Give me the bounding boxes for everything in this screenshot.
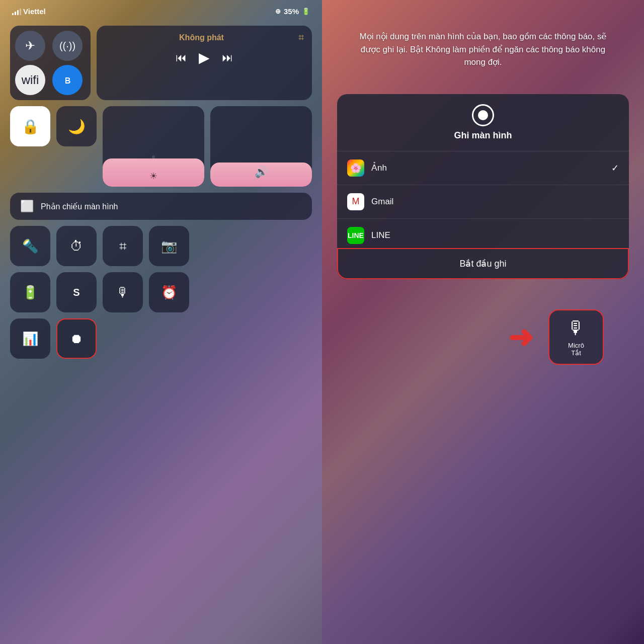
gmail-label: Gmail <box>371 197 619 207</box>
left-panel: Viettel ⊕ 35% 🔋 ✈ ((·)) wifi <box>0 0 322 644</box>
photos-option[interactable]: 🌸 Ảnh ✓ <box>337 151 629 185</box>
timer-button[interactable]: ⏱ <box>56 226 97 266</box>
line-label: LINE <box>371 230 619 240</box>
brightness-icon: ☀ <box>149 171 157 182</box>
cellular-icon: ((·)) <box>59 40 75 52</box>
micro-button[interactable]: 🎙 Micrô Tắt <box>548 309 604 365</box>
media-card: Không phát ⌗ ⏮ ▶ ⏭ <box>97 26 312 100</box>
record-dot <box>478 110 488 120</box>
battery-status-icon: 🔋 <box>22 285 38 300</box>
flashlight-icon: 🔦 <box>22 238 38 254</box>
rotation-lock-button[interactable]: 🔒 <box>10 106 50 146</box>
micro-label-line2: Tắt <box>568 349 584 357</box>
voice-button[interactable]: 🎙 <box>103 272 143 312</box>
volume-slider[interactable]: 🔊 <box>210 106 312 187</box>
flashlight-button[interactable]: 🔦 <box>10 226 50 266</box>
bluetooth-icon: ʙ <box>64 73 71 87</box>
screen-record-button[interactable]: ⏺ <box>56 318 97 359</box>
do-not-disturb-button[interactable]: 🌙 <box>56 106 97 146</box>
wifi-icon: wifi <box>22 73 39 87</box>
microphone-icon: 🎙 <box>567 317 585 339</box>
brightness-slider[interactable]: ☀ <box>103 106 204 187</box>
start-recording-button[interactable]: Bắt đầu ghi <box>337 248 629 279</box>
signal-bar-3 <box>17 10 19 15</box>
right-bottom-section: ➜ 🎙 Micrô Tắt <box>322 289 644 385</box>
modal-header: Ghi màn hình <box>337 94 629 151</box>
alarm-icon: ⏰ <box>161 285 177 300</box>
micro-label-line1: Micrô <box>568 342 584 349</box>
recording-modal: Ghi màn hình 🌸 Ảnh ✓ M Gmail LINE LINE <box>337 94 629 279</box>
carrier-name: Viettel <box>23 7 46 16</box>
modal-title: Ghi màn hình <box>454 130 512 141</box>
connectivity-grid: ✈ ((·)) wifi ʙ <box>10 26 91 100</box>
fast-forward-button[interactable]: ⏭ <box>222 51 233 64</box>
line-icon: LINE <box>347 227 364 244</box>
grid-row-2: 🔋 S 🎙 ⏰ <box>10 272 312 312</box>
signal-bar-2 <box>15 12 16 15</box>
alarm-button[interactable]: ⏰ <box>149 272 189 312</box>
grid-row-1: 🔦 ⏱ ⌗ 📷 <box>10 226 312 266</box>
airplay-icon[interactable]: ⌗ <box>298 32 304 43</box>
signal-bar-1 <box>12 13 14 15</box>
camera-icon: 📷 <box>161 238 177 254</box>
cellular-button[interactable]: ((·)) <box>52 31 83 61</box>
rewind-button[interactable]: ⏮ <box>176 51 187 64</box>
second-row: 🔒 🌙 ☀ 🔊 <box>10 106 312 187</box>
grid-row-3: 📊 ⏺ <box>10 318 312 359</box>
battery-icon: 🔋 <box>302 8 310 15</box>
voice-icon: 🎙 <box>116 285 129 300</box>
right-panel: Mọi nội dung trên màn hình của bạn, bao … <box>322 0 644 644</box>
arrow-right-icon: ➜ <box>508 319 533 355</box>
micro-label: Micrô Tắt <box>568 342 584 357</box>
status-right: ⊕ 35% 🔋 <box>275 7 310 16</box>
location-icon: ⊕ <box>275 8 281 15</box>
media-controls: ⏮ ▶ ⏭ <box>105 49 304 66</box>
airplane-mode-button[interactable]: ✈ <box>15 31 45 61</box>
bluetooth-button[interactable]: ʙ <box>52 65 83 95</box>
battery-percent: 35% <box>284 7 299 16</box>
stats-button[interactable]: 📊 <box>10 318 50 359</box>
wifi-button[interactable]: wifi <box>15 65 45 95</box>
airplane-icon: ✈ <box>25 39 35 53</box>
play-button[interactable]: ▶ <box>199 49 210 66</box>
camera-button[interactable]: 📷 <box>149 226 189 266</box>
brightness-dot <box>152 155 155 158</box>
do-not-disturb-icon: 🌙 <box>68 118 86 135</box>
screen-mirror-button[interactable]: ⬜ Phản chiếu màn hình <box>10 193 312 220</box>
instruction-text: Mọi nội dung trên màn hình của bạn, bao … <box>322 0 644 84</box>
calculator-button[interactable]: ⌗ <box>103 226 143 266</box>
not-playing-label: Không phát <box>105 33 298 42</box>
photos-icon: 🌸 <box>347 159 364 177</box>
start-recording-label: Bắt đầu ghi <box>459 259 506 269</box>
rotation-lock-icon: 🔒 <box>22 118 39 135</box>
top-row: ✈ ((·)) wifi ʙ Không phát ⌗ <box>10 26 312 100</box>
control-center: ✈ ((·)) wifi ʙ Không phát ⌗ <box>0 20 322 365</box>
signal-bars <box>12 8 21 15</box>
gmail-icon: M <box>347 193 364 210</box>
record-circle-icon <box>472 104 494 126</box>
photos-checkmark: ✓ <box>611 163 619 174</box>
media-top: Không phát ⌗ <box>105 32 304 43</box>
battery-status-button[interactable]: 🔋 <box>10 272 50 312</box>
timer-icon: ⏱ <box>70 238 83 254</box>
mirror-icon: ⬜ <box>20 200 34 213</box>
status-left: Viettel <box>12 7 46 16</box>
volume-icon: 🔊 <box>255 166 268 179</box>
shazam-icon: S <box>73 287 79 298</box>
signal-bar-4 <box>20 9 21 15</box>
mirror-label: Phản chiếu màn hình <box>41 202 118 211</box>
photos-label: Ảnh <box>371 163 604 173</box>
screen-record-icon: ⏺ <box>70 331 83 347</box>
calculator-icon: ⌗ <box>119 238 127 254</box>
stats-icon: 📊 <box>22 331 38 347</box>
status-bar: Viettel ⊕ 35% 🔋 <box>0 0 322 20</box>
gmail-option[interactable]: M Gmail <box>337 185 629 219</box>
shazam-button[interactable]: S <box>56 272 97 312</box>
line-option[interactable]: LINE LINE <box>337 219 629 248</box>
